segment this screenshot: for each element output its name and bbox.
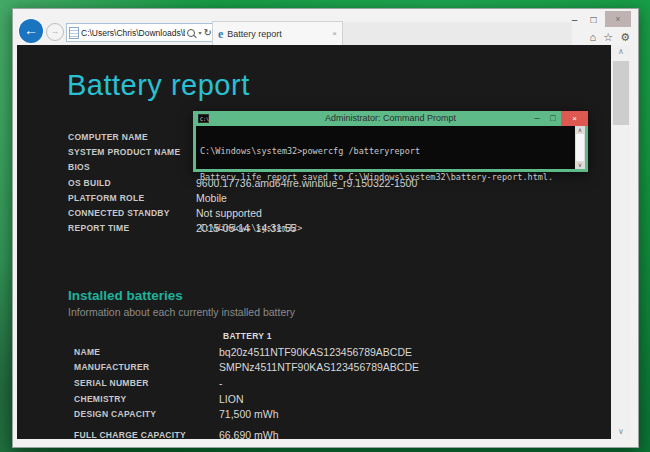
row-label: OS BUILD (68, 178, 196, 188)
cmd-line: Battery life report saved to C:\Windows\… (200, 173, 572, 182)
page-title: Battery report (67, 69, 250, 102)
row-label: CONNECTED STANDBY (68, 208, 196, 218)
section-subtitle: Information about each currently install… (68, 306, 295, 318)
address-input[interactable]: C:\Users\Chris\Downloads\battery (81, 28, 185, 38)
row-value: 71,500 mWh (219, 408, 279, 420)
row-label: NAME (74, 347, 219, 357)
scroll-down-icon[interactable]: ∨ (611, 425, 631, 439)
row-value: bq20z4511NTF90KAS123456789ABCDE (219, 346, 412, 358)
table-row: FULL CHARGE CAPACITY 66,690 mWh (74, 427, 419, 439)
tools-gear-icon[interactable]: ⚙ (620, 31, 630, 43)
table-row: MANUFACTURER SMPNz4511NTF90KAS123456789A… (74, 360, 419, 376)
row-label: SERIAL NUMBER (74, 378, 219, 388)
close-icon[interactable]: × (605, 11, 631, 27)
cmd-console-text: C:\Windows\system32>powercfg /batteryrep… (200, 130, 572, 249)
tab-close-icon[interactable]: × (332, 29, 337, 38)
cmd-window-controls: – □ × (529, 111, 588, 126)
cmd-titlebar[interactable]: C:\ Administrator: Command Prompt – □ × (193, 111, 588, 126)
browser-scrollbar[interactable]: ∧ ∨ (611, 45, 631, 439)
row-label: SYSTEM PRODUCT NAME (68, 147, 196, 157)
row-value: LION (219, 393, 244, 405)
cmd-line: C:\Windows\system32> (200, 224, 572, 233)
row-label: FULL CHARGE CAPACITY (74, 430, 219, 439)
cmd-scrollbar-thumb[interactable] (576, 134, 584, 161)
section-heading-installed-batteries: Installed batteries (68, 288, 183, 303)
row-label: COMPUTER NAME (68, 132, 196, 142)
battery-info-table: NAME bq20z4511NTF90KAS123456789ABCDE MAN… (74, 344, 419, 439)
row-label: CHEMISTRY (74, 394, 219, 404)
search-icon[interactable] (187, 29, 195, 37)
chevron-down-icon[interactable]: ▾ (199, 29, 202, 36)
row-label: PLATFORM ROLE (68, 193, 196, 203)
row-value: SMPNz4511NTF90KAS123456789ABCDE (219, 361, 419, 373)
row-value: - (219, 377, 223, 389)
cmd-line (200, 198, 572, 207)
command-prompt-window: C:\ Administrator: Command Prompt – □ × … (193, 111, 588, 172)
cmd-console[interactable]: C:\Windows\system32>powercfg /batteryrep… (196, 126, 585, 169)
table-row: SERIAL NUMBER - (74, 375, 419, 391)
refresh-icon[interactable]: ↻ (204, 28, 212, 38)
forward-button[interactable]: → (46, 23, 64, 41)
browser-window-controls: – □ × (567, 11, 631, 27)
back-button[interactable]: ← (19, 19, 43, 43)
browser-action-icons: ⌂ ☆ ⚙ (590, 31, 630, 43)
cmd-scrollbar[interactable]: ∧ ∨ (575, 126, 585, 169)
tab-title: Battery report (227, 29, 328, 39)
row-label: MANUFACTURER (74, 362, 219, 372)
cmd-scroll-down-icon[interactable]: ∨ (575, 161, 585, 169)
favorites-star-icon[interactable]: ☆ (603, 31, 613, 43)
table-row: CHEMISTRY LION (74, 391, 419, 407)
desktop-background: – □ × ← → C:\Users\Chris\Downloads\batte… (0, 0, 650, 452)
battery-column-header: BATTERY 1 (223, 331, 272, 341)
cmd-scroll-up-icon[interactable]: ∧ (575, 126, 585, 134)
address-bar[interactable]: C:\Users\Chris\Downloads\battery ▾ ↻ (66, 23, 215, 42)
ie-favicon-icon: e (218, 28, 223, 40)
cmd-maximize-icon[interactable]: □ (545, 111, 561, 126)
scroll-up-icon[interactable]: ∧ (611, 45, 631, 59)
row-value: 66,690 mWh (219, 429, 279, 439)
scrollbar-thumb[interactable] (613, 61, 629, 125)
row-label: DESIGN CAPACITY (74, 409, 219, 419)
cmd-icon: C:\ (198, 114, 209, 123)
row-label: BIOS (68, 162, 196, 172)
cmd-line: C:\Windows\system32>powercfg /batteryrep… (200, 147, 572, 156)
cmd-minimize-icon[interactable]: – (529, 111, 545, 126)
table-row: NAME bq20z4511NTF90KAS123456789ABCDE (74, 344, 419, 360)
maximize-icon[interactable]: □ (586, 12, 601, 27)
page-icon (69, 27, 79, 39)
row-label: REPORT TIME (68, 223, 196, 233)
home-icon[interactable]: ⌂ (590, 31, 597, 43)
cmd-close-icon[interactable]: × (561, 111, 588, 126)
tab-battery-report[interactable]: e Battery report × (212, 21, 343, 45)
table-row: DESIGN CAPACITY 71,500 mWh (74, 406, 419, 422)
